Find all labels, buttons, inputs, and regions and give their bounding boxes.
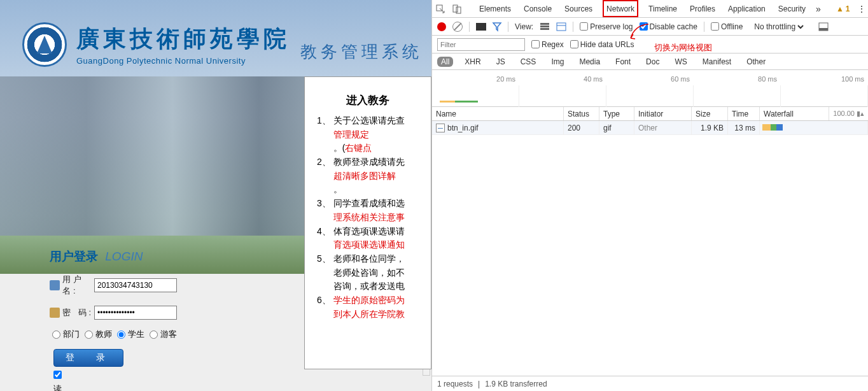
login-button[interactable]: 登 录 <box>53 349 123 367</box>
network-toolbar: View: Preserve log Disable cache Offline… <box>432 18 868 36</box>
role-radio-student[interactable] <box>117 331 125 339</box>
status-bar: 1 requests | 1.9 KB transferred <box>432 376 868 391</box>
university-logo-area: 廣東技術師苑學院 GuangDong Polytechnic Normal Un… <box>22 22 290 67</box>
large-rows-icon[interactable] <box>540 22 550 32</box>
role-label: 游客 <box>160 329 177 340</box>
timeline-overview[interactable]: 20 ms 40 ms 60 ms 80 ms 100 ms <box>432 70 868 107</box>
role-label: 教师 <box>95 329 112 340</box>
tab-profiles[interactable]: Profiles <box>687 0 718 17</box>
col-time[interactable]: Time <box>728 107 760 120</box>
username-label: 用户名: <box>62 274 94 297</box>
timeline-tick: 40 ms <box>519 75 606 106</box>
notice-item: 2、教师登录成绩请先超清晰多图详解。 <box>317 155 421 197</box>
svg-rect-1 <box>453 5 458 12</box>
row-initiator: Other <box>634 121 692 134</box>
filter-bar: Regex Hide data URLs <box>432 36 868 53</box>
row-status: 200 <box>564 121 599 134</box>
svg-rect-9 <box>819 28 828 31</box>
col-size[interactable]: Size <box>692 107 728 120</box>
filter-input[interactable] <box>437 38 525 51</box>
type-xhr[interactable]: XHR <box>461 57 484 67</box>
university-name-cn: 廣東技術師苑學院 <box>76 24 290 55</box>
key-icon <box>50 308 60 318</box>
col-type[interactable]: Type <box>599 107 634 120</box>
device-icon[interactable] <box>452 4 461 14</box>
overview-icon[interactable] <box>556 22 566 32</box>
annotation-text: 切换为网络视图 <box>654 42 712 53</box>
col-initiator[interactable]: Initiator <box>634 107 692 120</box>
notice-item: 1、关于公选课请先查管理规定。(右键点 <box>317 114 421 155</box>
login-title-en: LOGIN <box>105 250 143 263</box>
notice-list: 1、关于公选课请先查管理规定。(右键点2、教师登录成绩请先超清晰多图详解。3、同… <box>314 114 421 321</box>
type-doc[interactable]: Doc <box>642 57 663 67</box>
col-status[interactable]: Status <box>564 107 599 120</box>
timeline-tick: 100 ms <box>781 75 868 106</box>
type-media[interactable]: Media <box>575 57 604 67</box>
view-label: View: <box>515 22 533 31</box>
status-transferred: 1.9 KB transferred <box>485 380 547 388</box>
more-icon[interactable]: ⋮ <box>857 4 866 14</box>
preserve-log-label: Preserve log <box>590 22 633 31</box>
throttling-select[interactable]: No throttling <box>752 22 806 32</box>
login-title-cn: 用户登录 <box>50 250 98 263</box>
type-filter-bar: All XHR JS CSS Img Media Font Doc WS Man… <box>432 53 868 70</box>
table-header: Name Status Type Initiator Size Time Wat… <box>432 107 868 121</box>
role-radio-teacher[interactable] <box>85 331 93 339</box>
tab-network[interactable]: Network <box>603 0 638 17</box>
notice-item: 3、同学查看成绩和选理系统相关注意事 <box>317 197 421 224</box>
login-title: 用户登录 LOGIN <box>50 248 241 265</box>
row-type: gif <box>599 121 634 134</box>
type-all[interactable]: All <box>437 57 453 67</box>
svg-rect-5 <box>540 28 549 30</box>
notice-panel: 进入教务 1、关于公选课请先查管理规定。(右键点2、教师登录成绩请先超清晰多图详… <box>304 76 431 369</box>
tab-security[interactable]: Security <box>776 0 808 17</box>
type-font[interactable]: Font <box>612 57 634 67</box>
disable-cache-label: Disable cache <box>650 22 697 31</box>
screenshot-icon[interactable] <box>476 23 486 31</box>
type-ws[interactable]: WS <box>671 57 690 67</box>
timeline-tick: 80 ms <box>694 75 781 106</box>
devtools-tab-bar: Elements Console Sources Network Timelin… <box>432 0 868 18</box>
type-js[interactable]: JS <box>493 57 509 67</box>
type-img[interactable]: Img <box>547 57 568 67</box>
hide-urls-label: Hide data URLs <box>580 40 634 49</box>
role-radio-group: 部门 教师 学生 游客 <box>52 329 241 340</box>
agree-checkbox[interactable] <box>53 371 62 379</box>
warning-badge[interactable]: ▲1 <box>836 4 850 13</box>
username-input[interactable] <box>94 278 177 292</box>
row-waterfall <box>760 121 868 134</box>
disable-cache-checkbox[interactable] <box>640 22 648 31</box>
role-radio-guest[interactable] <box>150 331 158 339</box>
notice-item: 6、学生的原始密码为到本人所在学院教 <box>317 294 421 321</box>
regex-label: Regex <box>542 40 564 49</box>
tab-timeline[interactable]: Timeline <box>646 0 680 17</box>
role-label: 学生 <box>128 329 144 340</box>
table-row[interactable]: btn_in.gif 200 gif Other 1.9 KB 13 ms <box>432 121 868 135</box>
type-css[interactable]: CSS <box>517 57 540 67</box>
preserve-log-checkbox[interactable] <box>580 22 588 31</box>
clear-icon[interactable] <box>452 22 463 32</box>
inspect-icon[interactable] <box>436 4 445 14</box>
type-manifest[interactable]: Manifest <box>699 57 735 67</box>
tab-elements[interactable]: Elements <box>477 0 514 17</box>
tabs-overflow-icon[interactable]: » <box>816 4 821 14</box>
col-extra: 100.00 ▮▴ <box>829 107 868 120</box>
regex-checkbox[interactable] <box>531 40 540 48</box>
tab-console[interactable]: Console <box>521 0 554 17</box>
col-name[interactable]: Name <box>432 107 564 120</box>
university-name-en: GuangDong Polytechnic Normal University <box>76 56 290 66</box>
col-waterfall[interactable]: Waterfall <box>760 107 829 120</box>
tab-application[interactable]: Application <box>725 0 768 17</box>
drawer-icon[interactable] <box>818 22 829 32</box>
record-icon[interactable] <box>437 22 446 31</box>
filter-icon[interactable] <box>493 22 501 31</box>
role-radio-dept[interactable] <box>52 331 60 339</box>
offline-checkbox[interactable] <box>711 22 719 31</box>
login-panel: 用户登录 LOGIN 用户名: 密 码: 部门 教师 学生 游客 登 录 读 <box>50 248 241 391</box>
system-title: 教务管理系统 <box>300 41 423 63</box>
password-input[interactable] <box>94 306 177 320</box>
tab-sources[interactable]: Sources <box>562 0 595 17</box>
notice-item: 5、老师和各位同学，老师处咨询，如不咨询，或者发送电 <box>317 252 421 294</box>
type-other[interactable]: Other <box>743 57 769 67</box>
hide-urls-checkbox[interactable] <box>570 40 578 48</box>
